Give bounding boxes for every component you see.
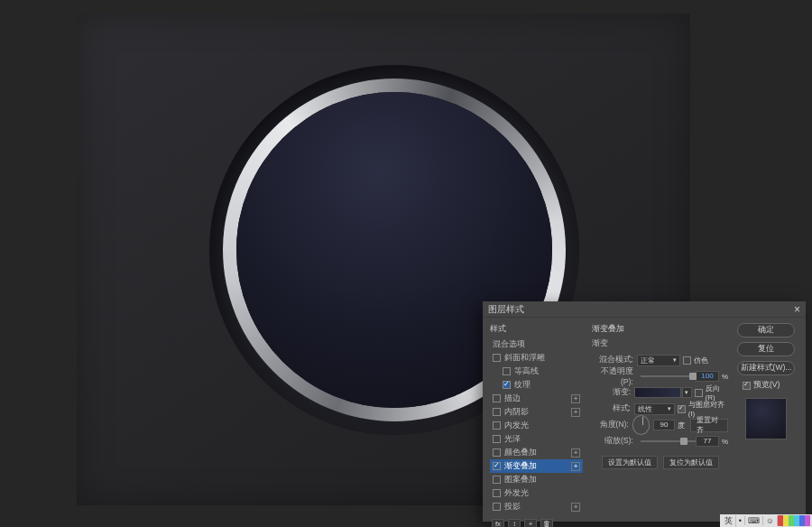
style-effect-row[interactable]: 颜色叠加+ bbox=[490, 446, 583, 459]
ime-color-strip[interactable] bbox=[778, 515, 810, 526]
chevron-down-icon: ▾ bbox=[673, 356, 677, 364]
blend-mode-label: 混合模式: bbox=[592, 355, 633, 365]
ime-bar[interactable]: 英 • ⌨ ☺ bbox=[720, 514, 812, 527]
opacity-slider[interactable] bbox=[641, 375, 696, 377]
close-icon[interactable]: × bbox=[794, 303, 800, 316]
blend-options-row[interactable]: 混合选项 bbox=[490, 337, 583, 351]
style-effect-row[interactable]: 投影+ bbox=[490, 500, 583, 513]
effect-label: 颜色叠加 bbox=[504, 447, 571, 458]
chevron-down-icon: ▾ bbox=[668, 405, 671, 412]
style-effect-row[interactable]: 渐变叠加+ bbox=[490, 459, 583, 473]
make-default-button[interactable]: 设置为默认值 bbox=[602, 456, 658, 469]
effect-checkbox[interactable] bbox=[493, 408, 501, 416]
preview-checkbox[interactable] bbox=[743, 382, 751, 390]
ime-keyboard-icon[interactable]: ⌨ bbox=[745, 516, 763, 525]
effect-checkbox[interactable] bbox=[493, 503, 501, 511]
effect-checkbox[interactable] bbox=[493, 354, 501, 362]
effect-checkbox[interactable] bbox=[493, 435, 501, 443]
effect-label: 投影 bbox=[504, 501, 571, 513]
style-effect-row[interactable]: 等高线 bbox=[490, 365, 583, 378]
reset-default-button[interactable]: 复位为默认值 bbox=[663, 456, 719, 469]
blend-mode-select[interactable]: 正常 ▾ bbox=[637, 355, 680, 366]
style-effect-row[interactable]: 内发光 bbox=[490, 419, 583, 432]
add-effect-icon[interactable]: + bbox=[524, 519, 537, 527]
preview-swatch bbox=[745, 398, 787, 439]
ime-face-icon[interactable]: ☺ bbox=[763, 516, 778, 525]
fx-button[interactable]: fx bbox=[492, 519, 504, 527]
dialog-titlebar[interactable]: 图层样式 × bbox=[483, 301, 806, 318]
style-effect-row[interactable]: 斜面和浮雕 bbox=[490, 351, 583, 365]
effect-label: 内发光 bbox=[504, 420, 580, 431]
new-style-button[interactable]: 新建样式(W)... bbox=[737, 361, 795, 375]
style-effect-row[interactable]: 外发光 bbox=[490, 486, 583, 500]
effect-checkbox[interactable] bbox=[503, 367, 511, 375]
ime-punct-icon[interactable]: • bbox=[736, 516, 745, 525]
effect-checkbox[interactable] bbox=[503, 381, 511, 389]
plus-icon[interactable]: + bbox=[571, 462, 580, 471]
effect-checkbox[interactable] bbox=[493, 448, 501, 457]
style-effect-row[interactable]: 描边+ bbox=[490, 392, 583, 405]
effect-label: 纹理 bbox=[514, 379, 580, 391]
dither-label: 仿色 bbox=[694, 356, 708, 365]
opacity-field[interactable]: 100 bbox=[696, 371, 719, 382]
effect-label: 光泽 bbox=[504, 433, 580, 445]
effect-label: 内阴影 bbox=[504, 406, 571, 418]
gradient-picker-chevron[interactable]: ▾ bbox=[682, 387, 692, 398]
plus-icon[interactable]: + bbox=[571, 394, 580, 403]
effect-checkbox[interactable] bbox=[493, 394, 501, 402]
effect-checkbox[interactable] bbox=[493, 462, 501, 470]
gradient-style-select[interactable]: 线性 ▾ bbox=[634, 403, 675, 415]
effect-label: 等高线 bbox=[514, 365, 580, 377]
preview-label: 预览(V) bbox=[753, 380, 780, 391]
ime-lang[interactable]: 英 bbox=[722, 515, 736, 527]
dialog-actions-panel: 确定 复位 新建样式(W)... 预览(V) bbox=[734, 318, 798, 522]
reverse-label: 反向(R) bbox=[706, 384, 728, 402]
scale-field[interactable]: 77 bbox=[696, 436, 719, 447]
style-effect-row[interactable]: 光泽 bbox=[490, 432, 583, 446]
opacity-label: 不透明度(P): bbox=[592, 366, 633, 386]
effect-checkbox[interactable] bbox=[493, 489, 501, 497]
style-effect-row[interactable]: 内阴影+ bbox=[490, 405, 583, 419]
effect-label: 描边 bbox=[504, 393, 571, 404]
section-title: 渐变叠加 bbox=[592, 323, 728, 335]
reverse-checkbox[interactable] bbox=[695, 389, 703, 397]
dialog-title: 图层样式 bbox=[488, 303, 524, 316]
angle-unit: 度 bbox=[678, 421, 685, 430]
styles-header: 样式 bbox=[490, 323, 583, 335]
style-label: 样式: bbox=[592, 403, 631, 414]
effect-checkbox[interactable] bbox=[493, 421, 501, 430]
arrow-up-down-icon[interactable]: ↕ bbox=[508, 519, 521, 527]
subsection-title: 渐变 bbox=[592, 337, 728, 349]
effect-label: 渐变叠加 bbox=[504, 460, 571, 472]
scale-slider[interactable] bbox=[641, 440, 696, 442]
trash-icon[interactable]: 🗑 bbox=[540, 519, 553, 527]
effect-label: 图案叠加 bbox=[504, 474, 580, 485]
plus-icon[interactable]: + bbox=[571, 503, 580, 512]
style-effect-row[interactable]: 纹理 bbox=[490, 378, 583, 392]
scale-unit: % bbox=[722, 438, 728, 446]
gradient-swatch[interactable] bbox=[634, 387, 681, 398]
angle-label: 角度(N): bbox=[592, 420, 629, 430]
effect-label: 斜面和浮雕 bbox=[504, 352, 580, 364]
gradient-label: 渐变: bbox=[592, 387, 631, 398]
cancel-button[interactable]: 复位 bbox=[737, 342, 795, 356]
gradient-overlay-panel: 渐变叠加 渐变 混合模式: 正常 ▾ 仿色 不透明度(P): 100 % 渐变: bbox=[586, 318, 734, 522]
dither-checkbox[interactable] bbox=[683, 356, 691, 365]
plus-icon[interactable]: + bbox=[571, 408, 580, 417]
reset-align-button[interactable]: 重置对齐 bbox=[690, 419, 728, 432]
styles-list-panel: 样式 混合选项 斜面和浮雕等高线纹理描边+内阴影+内发光光泽颜色叠加+渐变叠加+… bbox=[483, 318, 586, 522]
scale-label: 缩放(S): bbox=[592, 436, 633, 447]
angle-field[interactable]: 90 bbox=[653, 420, 674, 430]
effect-label: 外发光 bbox=[504, 487, 580, 499]
align-layer-checkbox[interactable] bbox=[678, 405, 686, 413]
ok-button[interactable]: 确定 bbox=[737, 323, 795, 337]
effect-checkbox[interactable] bbox=[493, 476, 501, 484]
style-effect-row[interactable]: 图案叠加 bbox=[490, 473, 583, 486]
layer-style-dialog: 图层样式 × 样式 混合选项 斜面和浮雕等高线纹理描边+内阴影+内发光光泽颜色叠… bbox=[483, 301, 806, 522]
angle-dial[interactable] bbox=[632, 415, 651, 435]
plus-icon[interactable]: + bbox=[571, 448, 580, 458]
opacity-unit: % bbox=[722, 373, 728, 381]
